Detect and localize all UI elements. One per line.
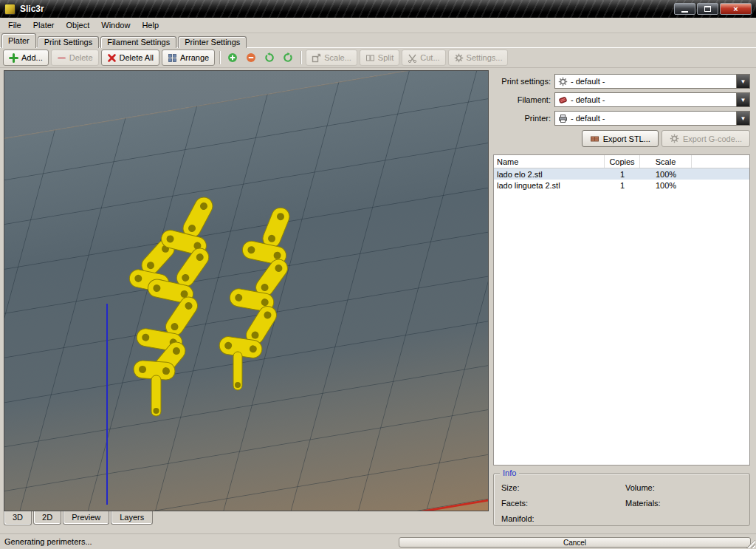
info-title: Info: [500, 468, 519, 477]
rotate-ccw-button[interactable]: [261, 50, 278, 66]
info-groupbox: Info Size: Volume: Facets: Materials: Ma…: [493, 473, 750, 526]
menu-plater[interactable]: Plater: [27, 18, 61, 32]
settings-gear-icon: [454, 53, 464, 63]
delete-all-label: Delete All: [120, 53, 154, 62]
rotate-cw-icon: [283, 52, 293, 63]
menu-window[interactable]: Window: [95, 18, 136, 32]
view-tab-layers[interactable]: Layers: [111, 511, 153, 525]
dropdown-arrow-icon[interactable]: ▼: [736, 112, 749, 125]
print-settings-label: Print settings:: [493, 77, 551, 86]
split-button[interactable]: Split: [360, 50, 399, 66]
add-icon: [9, 53, 18, 63]
more-copies-button[interactable]: [224, 50, 241, 66]
tab-filament-settings[interactable]: Filament Settings: [100, 36, 176, 48]
table-row[interactable]: lado lingueta 2.stl 1 100%: [494, 180, 749, 191]
toolbar-separator: [219, 51, 220, 64]
filament-combo[interactable]: - default - ▼: [554, 92, 750, 107]
cancel-button[interactable]: Cancel: [399, 537, 751, 548]
main-tabbar: Plater Print Settings Filament Settings …: [0, 33, 756, 48]
add-button[interactable]: Add...: [3, 50, 49, 66]
view-tab-2d[interactable]: 2D: [33, 511, 61, 525]
filament-label: Filament:: [493, 95, 551, 104]
menu-file[interactable]: File: [2, 18, 27, 32]
tab-plater[interactable]: Plater: [1, 33, 36, 48]
filament-row: Filament: - default - ▼: [493, 92, 750, 107]
printer-row: Printer: - default - ▼: [493, 111, 750, 126]
rotate-cw-button[interactable]: [280, 50, 296, 66]
print-settings-value: - default -: [571, 77, 605, 86]
maximize-button[interactable]: [697, 3, 718, 15]
3d-viewport[interactable]: [4, 70, 489, 511]
object-copies: 1: [605, 170, 640, 179]
view-tab-preview[interactable]: Preview: [63, 511, 109, 525]
print-settings-combo[interactable]: - default - ▼: [554, 74, 750, 89]
table-row[interactable]: lado elo 2.stl 1 100%: [494, 168, 749, 180]
minimize-icon: [681, 11, 688, 13]
menu-object[interactable]: Object: [60, 18, 95, 32]
status-text: Generating perimeters...: [4, 537, 92, 546]
model-lado-lingueta: [219, 205, 292, 390]
printer-label: Printer:: [493, 114, 551, 123]
menubar: File Plater Object Window Help: [0, 18, 756, 33]
dropdown-arrow-icon[interactable]: ▼: [736, 75, 749, 88]
statusbar: Generating perimeters... Cancel: [0, 533, 756, 549]
cut-label: Cut...: [420, 53, 439, 62]
cut-button[interactable]: Cut...: [402, 50, 445, 66]
fewer-icon: [246, 52, 256, 63]
view-tabbar: 3D 2D Preview Layers: [4, 511, 154, 525]
printer-icon: [558, 114, 568, 123]
slic3r-window: Slic3r × File Plater Object Window Help …: [0, 0, 756, 549]
model-objects: [4, 71, 489, 511]
add-label: Add...: [21, 53, 43, 62]
info-materials-label: Materials:: [625, 499, 661, 508]
tab-printer-settings[interactable]: Printer Settings: [178, 36, 247, 48]
view-tab-3d[interactable]: 3D: [4, 511, 32, 525]
arrange-button[interactable]: Arrange: [162, 50, 215, 66]
printer-value: - default -: [571, 114, 605, 123]
resize-grip[interactable]: [746, 539, 755, 548]
info-manifold-label: Manifold:: [501, 514, 535, 523]
printer-combo[interactable]: - default - ▼: [554, 111, 750, 126]
object-name: lado elo 2.stl: [494, 170, 605, 179]
column-header-name: Name: [494, 155, 605, 168]
delete-all-button[interactable]: Delete All: [101, 50, 159, 66]
settings-button[interactable]: Settings...: [448, 50, 509, 66]
app-icon: [4, 4, 16, 15]
fewer-copies-button[interactable]: [243, 50, 259, 66]
delete-icon: [57, 53, 66, 63]
dropdown-arrow-icon[interactable]: ▼: [736, 93, 749, 106]
settings-label: Settings...: [467, 53, 503, 62]
gear-icon: [558, 77, 568, 86]
model-lado-elo: [128, 194, 216, 416]
column-header-copies: Copies: [605, 155, 640, 168]
window-title: Slic3r: [20, 4, 44, 14]
titlebar[interactable]: Slic3r ×: [0, 0, 756, 18]
export-stl-label: Export STL...: [603, 134, 650, 143]
object-name: lado lingueta 2.stl: [494, 181, 605, 190]
print-settings-row: Print settings: - default - ▼: [493, 74, 750, 89]
object-copies: 1: [605, 181, 640, 190]
info-facets-label: Facets:: [501, 499, 528, 508]
info-volume-label: Volume:: [625, 483, 655, 492]
column-header-filler: [692, 155, 749, 168]
close-button[interactable]: ×: [720, 3, 752, 15]
filament-icon: [558, 95, 568, 105]
close-icon: ×: [733, 5, 738, 13]
minimize-button[interactable]: [674, 3, 695, 15]
cut-icon: [408, 53, 417, 63]
object-list[interactable]: Name Copies Scale lado elo 2.stl 1 100% …: [493, 154, 750, 466]
export-stl-button[interactable]: Export STL...: [582, 130, 659, 147]
object-scale: 100%: [640, 181, 692, 190]
export-buttons: Export STL... Export G-code...: [493, 130, 750, 147]
tab-print-settings[interactable]: Print Settings: [38, 36, 99, 48]
arrange-icon: [168, 53, 177, 63]
scale-label: Scale...: [324, 53, 351, 62]
plater-toolbar: Add... Delete Delete All Arrange: [0, 48, 756, 68]
delete-button[interactable]: Delete: [51, 50, 99, 66]
export-gcode-button[interactable]: Export G-code...: [662, 130, 750, 147]
menu-help[interactable]: Help: [136, 18, 165, 32]
export-gcode-label: Export G-code...: [683, 134, 742, 143]
more-icon: [227, 52, 238, 63]
scale-button[interactable]: Scale...: [306, 50, 357, 66]
column-header-scale: Scale: [640, 155, 692, 168]
